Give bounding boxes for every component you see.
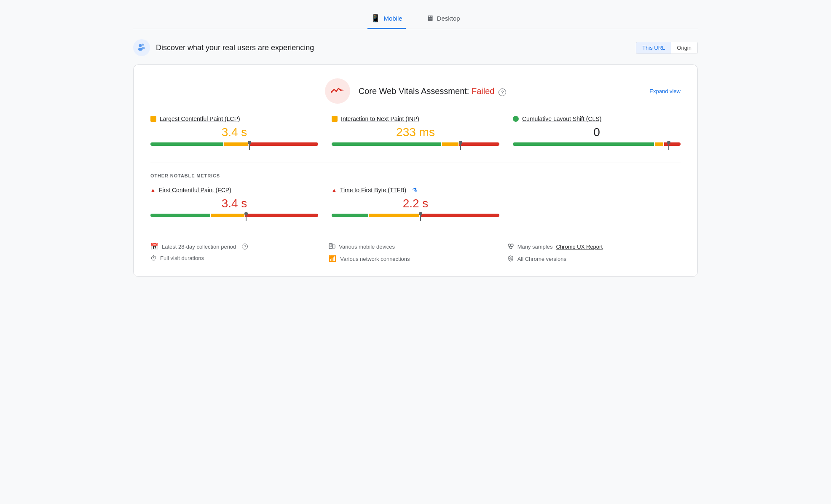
metric-cls: Cumulative Layout Shift (CLS) 0 [513, 115, 681, 149]
triangle-icon-ttfb: ▲ [332, 187, 337, 193]
triangle-icon-fcp: ▲ [150, 187, 155, 193]
bar-red [664, 142, 681, 146]
metric-link-lcp[interactable]: Largest Contentful Paint (LCP) [160, 115, 240, 122]
svg-rect-10 [333, 245, 335, 248]
metric-value-cls: 0 [513, 126, 681, 139]
metric-dot-cls [513, 116, 519, 122]
expand-view-button[interactable]: Expand view [649, 88, 681, 94]
progress-bar [332, 214, 499, 217]
bar-green [513, 142, 654, 146]
collection-help-icon[interactable]: ? [242, 244, 248, 249]
main-card: Core Web Vitals Assessment: Failed ? Exp… [133, 64, 698, 277]
assessment-header: Core Web Vitals Assessment: Failed ? Exp… [150, 78, 681, 104]
assessment-icon [325, 78, 350, 104]
chrome-ux-report-link[interactable]: Chrome UX Report [556, 244, 603, 250]
other-metric-link-fcp[interactable]: First Contentful Paint (FCP) [159, 187, 231, 193]
metric-label-inp: Interaction to Next Paint (INP) [332, 115, 499, 122]
svg-point-1 [142, 44, 144, 46]
samples-icon [507, 243, 514, 251]
marker-dot [419, 212, 422, 215]
assessment-help-icon[interactable]: ? [499, 88, 506, 96]
marker-dot [459, 141, 462, 144]
bar-orange [442, 142, 458, 146]
footer-mobile-text: Various mobile devices [339, 244, 395, 250]
assessment-title: Core Web Vitals Assessment: Failed ? [359, 86, 507, 96]
progress-bar [150, 214, 318, 217]
footer-chrome-text: All Chrome versions [517, 256, 566, 262]
progress-bar-wrapper [332, 142, 499, 149]
footer-mobile-devices: Various mobile devices [329, 243, 502, 251]
bar-green [332, 142, 441, 146]
tab-desktop[interactable]: 🖥 Desktop [423, 9, 464, 29]
other-metric-link-ttfb[interactable]: Time to First Byte (TTFB) [340, 187, 406, 193]
svg-rect-9 [330, 244, 332, 247]
metric-value-lcp: 3.4 s [150, 126, 318, 139]
assessment-title-prefix: Core Web Vitals Assessment: [359, 86, 472, 96]
bar-orange [211, 214, 244, 217]
avatar [133, 39, 150, 56]
bar-orange [224, 142, 247, 146]
bar-marker [248, 142, 251, 150]
other-metrics-grid: ▲ First Contentful Paint (FCP) 3.4 s ▲ T… [150, 187, 681, 220]
mobile-devices-icon [329, 243, 335, 251]
footer-visit-text: Full visit durations [160, 255, 204, 261]
shield-icon [507, 255, 514, 263]
metric-link-cls[interactable]: Cumulative Layout Shift (CLS) [522, 115, 601, 122]
svg-point-14 [509, 246, 512, 249]
this-url-button[interactable]: This URL [636, 42, 671, 54]
core-metrics-grid: Largest Contentful Paint (LCP) 3.4 s Int… [150, 115, 681, 149]
tab-bar: 📱 Mobile 🖥 Desktop [133, 8, 698, 29]
bar-red [459, 142, 499, 146]
footer-col-2: Various mobile devices 📶 Various network… [329, 243, 502, 263]
marker-line [249, 144, 250, 150]
marker-line [246, 215, 247, 221]
metric-dot-inp [332, 116, 338, 122]
metric-label-lcp: Largest Contentful Paint (LCP) [150, 115, 318, 122]
page-title: Discover what your real users are experi… [156, 43, 314, 52]
metric-inp: Interaction to Next Paint (INP) 233 ms [332, 115, 499, 149]
svg-point-5 [340, 89, 342, 91]
tab-desktop-label: Desktop [437, 15, 460, 22]
svg-point-3 [142, 47, 145, 49]
metric-value-inp: 233 ms [332, 126, 499, 139]
bar-green [332, 214, 368, 217]
marker-line [668, 144, 669, 150]
other-metric-empty [513, 187, 681, 220]
metric-dot-lcp [150, 116, 156, 122]
footer-network-connections: 📶 Various network connections [329, 255, 502, 263]
footer-visit-durations: ⏱ Full visit durations [150, 255, 324, 262]
bar-red [420, 214, 499, 217]
bar-marker [667, 142, 670, 150]
bar-green [150, 214, 210, 217]
footer-samples: Many samples Chrome UX Report [507, 243, 681, 251]
progress-bar [150, 142, 318, 146]
tab-mobile[interactable]: 📱 Mobile [367, 8, 405, 29]
other-metric-ttfb: ▲ Time to First Byte (TTFB) ⚗ 2.2 s [332, 187, 499, 220]
footer-col-1: 📅 Latest 28-day collection period ? ⏱ Fu… [150, 243, 324, 263]
svg-point-0 [139, 44, 142, 47]
origin-button[interactable]: Origin [671, 42, 697, 54]
flask-icon-ttfb: ⚗ [412, 187, 418, 193]
footer-samples-text: Many samples [517, 244, 553, 250]
metric-lcp: Largest Contentful Paint (LCP) 3.4 s [150, 115, 318, 149]
bar-orange [369, 214, 419, 217]
other-metric-value-fcp: 3.4 s [150, 197, 318, 210]
other-metric-value-ttfb: 2.2 s [332, 197, 499, 210]
other-metrics-label: OTHER NOTABLE METRICS [150, 173, 681, 178]
progress-bar-wrapper [150, 142, 318, 149]
bar-red [245, 214, 318, 217]
bar-orange [655, 142, 663, 146]
other-metric-label-ttfb: ▲ Time to First Byte (TTFB) ⚗ [332, 187, 499, 193]
calendar-icon: 📅 [150, 243, 158, 250]
wifi-icon: 📶 [329, 255, 337, 263]
footer-collection-period: 📅 Latest 28-day collection period ? [150, 243, 324, 250]
other-metric-fcp: ▲ First Contentful Paint (FCP) 3.4 s [150, 187, 318, 220]
tab-mobile-label: Mobile [383, 15, 402, 22]
metric-link-inp[interactable]: Interaction to Next Paint (INP) [341, 115, 419, 122]
bar-marker [459, 142, 462, 150]
marker-dot [248, 141, 251, 144]
progress-bar-wrapper [513, 142, 681, 149]
progress-bar [513, 142, 681, 146]
marker-line [460, 144, 461, 150]
other-metric-label-fcp: ▲ First Contentful Paint (FCP) [150, 187, 318, 193]
